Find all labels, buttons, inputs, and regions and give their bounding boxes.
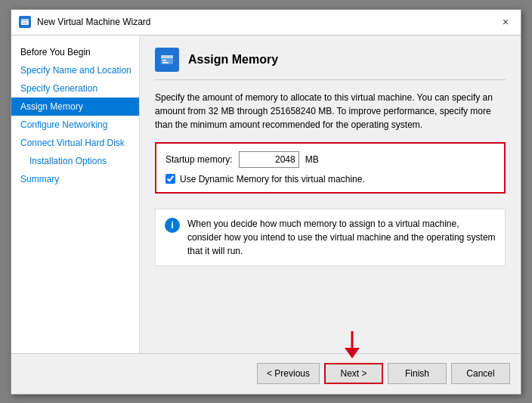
info-box: i When you decide how much memory to ass…: [155, 209, 506, 266]
footer: < Previous Next > Finish Cancel: [11, 353, 521, 394]
svg-rect-1: [21, 19, 29, 21]
svg-rect-4: [161, 55, 173, 58]
dynamic-memory-row: Use Dynamic Memory for this virtual mach…: [165, 174, 495, 184]
window-title: New Virtual Machine Wizard: [37, 17, 151, 27]
wizard-icon: [19, 16, 31, 28]
cancel-button[interactable]: Cancel: [451, 363, 510, 384]
sidebar-item-assign-memory[interactable]: Assign Memory: [11, 98, 139, 116]
sidebar-item-connect-virtual-hard-disk[interactable]: Connect Virtual Hard Disk: [11, 134, 139, 152]
panel-title: Assign Memory: [188, 53, 278, 67]
sidebar-item-summary[interactable]: Summary: [11, 170, 139, 188]
svg-rect-2: [23, 23, 27, 23]
sidebar-item-configure-networking[interactable]: Configure Networking: [11, 116, 139, 134]
sidebar-item-specify-generation[interactable]: Specify Generation: [11, 79, 139, 98]
close-button[interactable]: ×: [498, 14, 513, 29]
content-area: Before You Begin Specify Name and Locati…: [11, 36, 521, 353]
previous-button[interactable]: < Previous: [257, 363, 320, 384]
finish-button[interactable]: Finish: [388, 363, 447, 384]
info-text: When you decide how much memory to assig…: [187, 217, 496, 258]
svg-rect-6: [162, 62, 169, 64]
info-icon: i: [165, 218, 180, 233]
startup-memory-row: Startup memory: MB: [165, 151, 495, 168]
svg-rect-5: [162, 60, 166, 61]
main-panel: Assign Memory Specify the amount of memo…: [140, 36, 521, 353]
startup-memory-input[interactable]: [239, 151, 299, 168]
dynamic-memory-checkbox[interactable]: [165, 174, 175, 184]
panel-header-icon: [155, 48, 179, 72]
memory-unit: MB: [305, 154, 319, 165]
memory-form-box: Startup memory: MB Use Dynamic Memory fo…: [155, 142, 506, 194]
sidebar-item-before-you-begin[interactable]: Before You Begin: [11, 43, 139, 61]
sidebar-item-specify-name[interactable]: Specify Name and Location: [11, 61, 139, 79]
title-bar: New Virtual Machine Wizard ×: [11, 10, 521, 36]
dynamic-memory-label[interactable]: Use Dynamic Memory for this virtual mach…: [180, 174, 365, 184]
wizard-window: New Virtual Machine Wizard × Before You …: [11, 9, 521, 395]
title-bar-left: New Virtual Machine Wizard: [19, 16, 151, 28]
startup-memory-label: Startup memory:: [165, 154, 233, 165]
nav-panel: Before You Begin Specify Name and Locati…: [11, 36, 140, 353]
panel-header: Assign Memory: [155, 48, 506, 80]
sidebar-item-installation-options[interactable]: Installation Options: [11, 152, 139, 170]
panel-description: Specify the amount of memory to allocate…: [155, 91, 506, 132]
next-button[interactable]: Next >: [324, 363, 383, 384]
